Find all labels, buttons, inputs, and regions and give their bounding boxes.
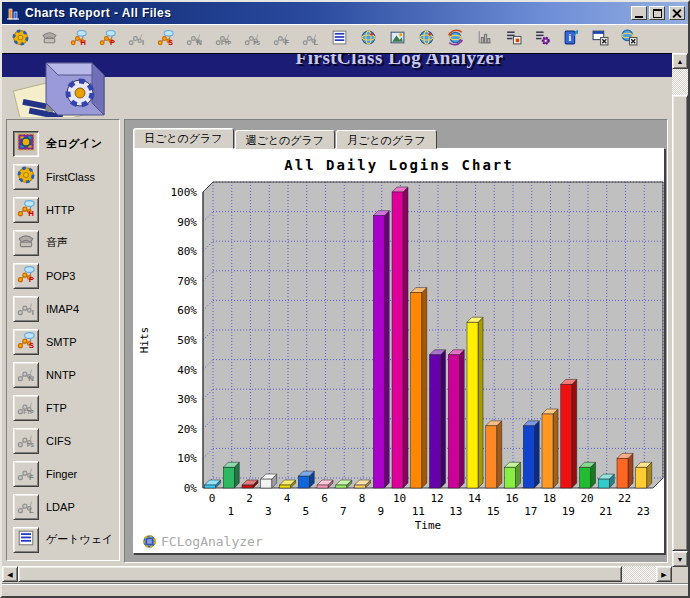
svg-text:10%: 10% <box>177 452 197 465</box>
bar-hour-20 <box>580 462 596 488</box>
ldap-button[interactable]: L <box>13 494 39 520</box>
cifs-toolbar-button[interactable]: FS <box>242 29 263 50</box>
globe-small-icon <box>418 29 435 50</box>
svg-text:2: 2 <box>246 492 253 505</box>
export-info-icon: i <box>563 29 580 50</box>
svg-text:50%: 50% <box>177 334 197 347</box>
nntp-toolbar-button[interactable]: N <box>184 29 205 50</box>
sidebar-label-pop3: POP3 <box>46 270 75 282</box>
globe-small-toolbar-button[interactable] <box>416 29 437 50</box>
imap4-toolbar-button[interactable]: I <box>126 29 147 50</box>
sidebar: 全ログインFirstClassHHTTP音声PPOP3IIMAP4SSMTPNN… <box>6 119 120 561</box>
close-window-toolbar-button[interactable] <box>590 29 611 50</box>
gateway-toolbar-button[interactable] <box>329 29 350 50</box>
sidebar-label-all-logins: 全ログイン <box>46 136 102 151</box>
analyzer-globe-toolbar-button[interactable] <box>358 29 379 50</box>
sidebar-item-smtp[interactable]: SSMTP <box>13 325 119 358</box>
all-logins-icon <box>17 133 35 155</box>
scroll-down-button[interactable]: ▼ <box>672 551 688 567</box>
pop3-toolbar-button[interactable]: P <box>97 29 118 50</box>
tab-monthly[interactable]: 月ごとのグラフ <box>336 130 437 149</box>
title-bar[interactable]: Charts Report - All Files <box>2 2 688 24</box>
globe-sync-toolbar-button[interactable] <box>445 29 466 50</box>
pop3-icon: P <box>99 29 116 50</box>
gateway-button[interactable] <box>13 527 39 553</box>
vertical-scroll-thumb[interactable] <box>672 95 688 551</box>
vertical-scrollbar[interactable]: ▲ ▼ <box>672 53 688 583</box>
bar-hour-5 <box>298 471 314 488</box>
window-title: Charts Report - All Files <box>25 6 629 20</box>
all-logins-toolbar-button[interactable] <box>10 29 31 50</box>
tab-daily[interactable]: 日ごとのグラフ <box>133 128 234 149</box>
close-globe-toolbar-button[interactable] <box>619 29 640 50</box>
smtp-toolbar-button[interactable]: S <box>155 29 176 50</box>
sidebar-item-voice[interactable]: 音声 <box>13 226 119 259</box>
histogram-toolbar-button[interactable] <box>474 29 495 50</box>
sidebar-item-imap4[interactable]: IIMAP4 <box>13 292 119 325</box>
http-toolbar-button[interactable]: H <box>68 29 89 50</box>
sidebar-label-ldap: LDAP <box>46 501 75 513</box>
vertical-scroll-track[interactable] <box>672 69 688 95</box>
firstclass-icon <box>17 166 35 188</box>
svg-text:L: L <box>313 38 318 46</box>
ftp-icon: FTP <box>215 29 232 50</box>
sidebar-item-finger[interactable]: FFinger <box>13 457 119 490</box>
analyzer-globe-icon <box>360 29 377 50</box>
sidebar-item-gateway[interactable]: ゲートウェイ <box>13 523 119 556</box>
voice-button[interactable] <box>13 230 39 256</box>
scroll-up-button[interactable]: ▲ <box>672 53 688 69</box>
gateway-icon <box>17 529 35 551</box>
tab-weekly[interactable]: 週ごとのグラフ <box>235 130 336 149</box>
sidebar-item-firstclass[interactable]: FirstClass <box>13 160 119 193</box>
report-settings-toolbar-button[interactable] <box>532 29 553 50</box>
ftp-button[interactable]: FTP <box>13 395 39 421</box>
all-logins-icon <box>12 29 29 50</box>
nntp-button[interactable]: N <box>13 362 39 388</box>
horizontal-scroll-track[interactable] <box>622 566 656 582</box>
voice-toolbar-button[interactable] <box>39 29 60 50</box>
svg-text:FTP: FTP <box>23 409 34 415</box>
ftp-toolbar-button[interactable]: FTP <box>213 29 234 50</box>
sidebar-item-all-logins[interactable]: 全ログイン <box>13 127 119 160</box>
cifs-button[interactable]: FS <box>13 428 39 454</box>
pop3-button[interactable]: P <box>13 263 39 289</box>
ldap-toolbar-button[interactable]: L <box>300 29 321 50</box>
sidebar-item-ftp[interactable]: FTPFTP <box>13 391 119 424</box>
maximize-button[interactable] <box>649 6 665 20</box>
svg-text:4: 4 <box>284 492 291 505</box>
imap4-button[interactable]: I <box>13 296 39 322</box>
status-bar <box>2 583 688 596</box>
smtp-button[interactable]: S <box>13 329 39 355</box>
http-button[interactable]: H <box>13 197 39 223</box>
sidebar-item-nntp[interactable]: NNNTP <box>13 358 119 391</box>
export-info-toolbar-button[interactable]: i <box>561 29 582 50</box>
fcloganalyzer-logo-icon <box>142 534 157 549</box>
scroll-left-button[interactable]: ◀ <box>2 566 18 582</box>
sidebar-item-pop3[interactable]: PPOP3 <box>13 259 119 292</box>
finger-toolbar-button[interactable]: F <box>271 29 292 50</box>
close-window-icon <box>592 29 609 50</box>
sidebar-item-http[interactable]: HHTTP <box>13 193 119 226</box>
scroll-right-button[interactable]: ▶ <box>656 566 672 582</box>
analyzer-logo-icon <box>8 53 118 117</box>
sidebar-item-cifs[interactable]: FSCIFS <box>13 424 119 457</box>
sidebar-item-ldap[interactable]: LLDAP <box>13 490 119 523</box>
svg-text:20%: 20% <box>177 423 197 436</box>
image-report-toolbar-button[interactable] <box>387 29 408 50</box>
report-list-toolbar-button[interactable] <box>503 29 524 50</box>
gateway-icon <box>331 29 348 50</box>
horizontal-scroll-thumb[interactable] <box>18 566 622 582</box>
maximize-icon <box>653 9 662 18</box>
smtp-icon: S <box>17 331 35 353</box>
imap4-icon: I <box>128 29 145 50</box>
finger-button[interactable]: F <box>13 461 39 487</box>
bar-hour-16 <box>505 462 521 488</box>
svg-text:90%: 90% <box>177 216 197 229</box>
firstclass-button[interactable] <box>13 164 39 190</box>
svg-text:FS: FS <box>27 442 34 448</box>
minimize-button[interactable] <box>631 6 647 20</box>
all-logins-button[interactable] <box>13 131 39 157</box>
horizontal-scrollbar[interactable]: ◀ ▶ <box>2 565 672 583</box>
close-button[interactable] <box>669 6 685 20</box>
pop3-icon: P <box>17 265 35 287</box>
